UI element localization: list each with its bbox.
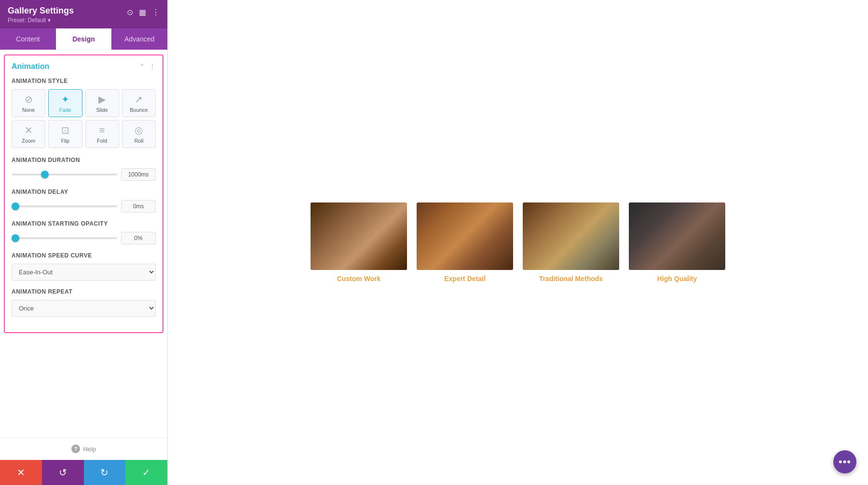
bounce-label: Bounce: [130, 107, 148, 113]
style-none[interactable]: ⊘ None: [12, 89, 45, 117]
gallery-img-custom-work: [311, 202, 407, 270]
style-zoom[interactable]: ✕ Zoom: [12, 120, 45, 148]
roll-label: Roll: [134, 138, 143, 144]
gallery-item-custom-work: Custom Work: [311, 202, 407, 283]
section-menu-icon[interactable]: ⋮: [149, 63, 156, 70]
slide-label: Slide: [96, 107, 108, 113]
delay-label: Animation Delay: [12, 189, 156, 195]
animation-style-label: Animation Style: [12, 78, 156, 84]
style-fade[interactable]: ✦ Fade: [48, 89, 82, 117]
tab-design[interactable]: Design: [56, 28, 112, 50]
duration-slider[interactable]: [12, 174, 117, 175]
sidebar-header-left: Gallery Settings Preset: Default ▾: [8, 6, 74, 24]
tab-content[interactable]: Content: [0, 28, 56, 50]
opacity-slider[interactable]: [12, 237, 117, 239]
main-content: Custom Work Expert Detail Traditional Me…: [168, 0, 868, 485]
cancel-icon: ✕: [17, 467, 25, 478]
gallery-caption-custom-work: Custom Work: [337, 275, 381, 283]
speed-curve-label: Animation Speed Curve: [12, 252, 156, 259]
none-icon: ⊘: [25, 94, 33, 105]
delay-slider-row: 0ms: [12, 200, 156, 213]
sidebar-content: Animation ⌃ ⋮ Animation Style ⊘ None ✦ F…: [0, 50, 167, 437]
gallery-caption-expert-detail: Expert Detail: [444, 275, 486, 283]
float-menu-button[interactable]: •••: [833, 450, 856, 473]
more-icon[interactable]: ⋮: [152, 8, 160, 17]
gallery-item-high-quality: High Quality: [629, 202, 725, 283]
redo-icon: ↻: [100, 467, 108, 478]
style-slide[interactable]: ▶ Slide: [85, 89, 119, 117]
zoom-icon: ✕: [25, 124, 33, 136]
fade-icon: ✦: [61, 94, 69, 105]
undo-icon: ↺: [59, 467, 67, 478]
opacity-slider-row: 0%: [12, 232, 156, 244]
help-icon: ?: [71, 445, 80, 453]
gallery-caption-high-quality: High Quality: [657, 275, 697, 283]
preset-selector[interactable]: Preset: Default ▾: [8, 17, 74, 24]
redo-button[interactable]: ↻: [84, 460, 126, 485]
undo-button[interactable]: ↺: [42, 460, 84, 485]
gallery-item-expert-detail: Expert Detail: [417, 202, 513, 283]
cancel-button[interactable]: ✕: [0, 460, 42, 485]
help-section[interactable]: ? Help: [0, 437, 167, 460]
animation-duration-field: Animation Duration 1000ms: [12, 157, 156, 181]
preset-label: Preset: Default: [8, 17, 46, 24]
delay-slider[interactable]: [12, 205, 117, 207]
gallery-img-high-quality: [629, 202, 725, 270]
animation-style-field: Animation Style ⊘ None ✦ Fade ▶ Slide: [12, 78, 156, 148]
animation-style-grid: ⊘ None ✦ Fade ▶ Slide ↗ Bounce: [12, 89, 156, 148]
none-label: None: [22, 107, 35, 113]
fold-icon: ≡: [99, 125, 105, 136]
sidebar-tabs: Content Design Advanced: [0, 28, 167, 50]
repeat-label: Animation Repeat: [12, 288, 156, 295]
float-menu-icon: •••: [839, 456, 851, 468]
tab-advanced[interactable]: Advanced: [111, 28, 167, 50]
grid-icon[interactable]: ▦: [139, 8, 146, 17]
section-title: Animation: [12, 62, 49, 71]
gallery-img-expert-detail: [417, 202, 513, 270]
speed-curve-select[interactable]: Ease-In-Out Ease-In Ease-Out Linear Boun…: [12, 264, 156, 281]
roll-icon: ◎: [135, 124, 143, 136]
fade-label: Fade: [59, 107, 71, 113]
animation-delay-field: Animation Delay 0ms: [12, 189, 156, 213]
header-icons: ⊙ ▦ ⋮: [127, 8, 160, 17]
preset-arrow: ▾: [48, 17, 51, 24]
fold-label: Fold: [97, 138, 107, 144]
sidebar: Gallery Settings Preset: Default ▾ ⊙ ▦ ⋮…: [0, 0, 168, 485]
gallery-caption-traditional-methods: Traditional Methods: [539, 275, 603, 283]
style-fold[interactable]: ≡ Fold: [85, 120, 119, 148]
duration-value[interactable]: 1000ms: [121, 168, 156, 181]
duration-label: Animation Duration: [12, 157, 156, 163]
slide-icon: ▶: [98, 94, 106, 105]
delay-value[interactable]: 0ms: [121, 200, 156, 213]
gallery-grid: Custom Work Expert Detail Traditional Me…: [311, 202, 725, 283]
repeat-select[interactable]: Once Loop Loop and Back: [12, 300, 156, 317]
style-roll[interactable]: ◎ Roll: [122, 120, 156, 148]
gallery-item-traditional-methods: Traditional Methods: [523, 202, 619, 283]
section-header-icons: ⌃ ⋮: [139, 63, 156, 70]
flip-label: Flip: [61, 138, 70, 144]
style-flip[interactable]: ⊡ Flip: [48, 120, 82, 148]
save-button[interactable]: ✓: [125, 460, 167, 485]
opacity-label: Animation Starting Opacity: [12, 220, 156, 227]
sidebar-bottom-bar: ✕ ↺ ↻ ✓: [0, 460, 167, 485]
flip-icon: ⊡: [61, 124, 69, 136]
zoom-label: Zoom: [22, 138, 35, 144]
section-header: Animation ⌃ ⋮: [12, 62, 156, 71]
opacity-value[interactable]: 0%: [121, 232, 156, 244]
style-bounce[interactable]: ↗ Bounce: [122, 89, 156, 117]
animation-opacity-field: Animation Starting Opacity 0%: [12, 220, 156, 244]
animation-speed-curve-field: Animation Speed Curve Ease-In-Out Ease-I…: [12, 252, 156, 281]
animation-repeat-field: Animation Repeat Once Loop Loop and Back: [12, 288, 156, 317]
help-label: Help: [83, 445, 96, 453]
gallery-img-traditional-methods: [523, 202, 619, 270]
animation-section: Animation ⌃ ⋮ Animation Style ⊘ None ✦ F…: [4, 54, 163, 333]
save-icon: ✓: [142, 467, 150, 478]
settings-icon[interactable]: ⊙: [127, 8, 133, 17]
duration-slider-row: 1000ms: [12, 168, 156, 181]
gallery-settings-title: Gallery Settings: [8, 6, 74, 16]
bounce-icon: ↗: [135, 94, 143, 105]
collapse-icon[interactable]: ⌃: [139, 63, 145, 70]
sidebar-header: Gallery Settings Preset: Default ▾ ⊙ ▦ ⋮: [0, 0, 167, 28]
